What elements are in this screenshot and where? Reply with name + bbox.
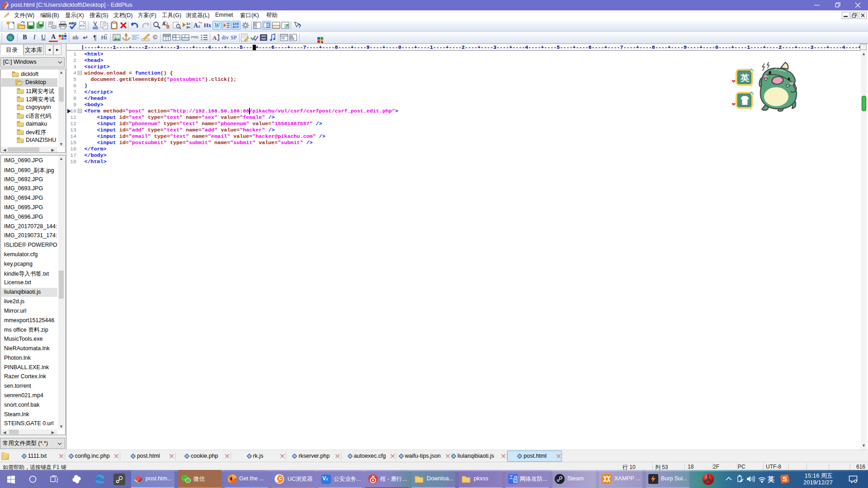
svg-text:英: 英 [740,73,749,83]
svg-text:2CD: 2CD [233,25,239,28]
svg-text:?: ? [298,23,301,29]
svg-text:a: a [198,23,200,28]
svg-text:1AB: 1AB [233,22,239,25]
svg-text:A: A [212,34,217,41]
svg-text:<>: <> [80,23,85,28]
svg-text:B: B [166,24,170,29]
svg-text:3=: 3= [186,25,190,29]
